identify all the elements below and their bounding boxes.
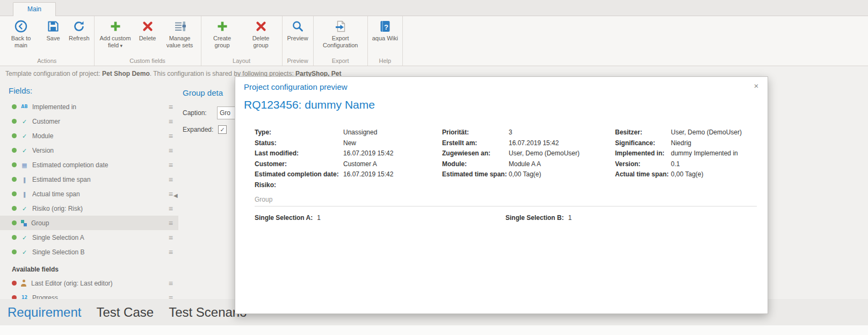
drag-handle-icon[interactable] <box>169 176 173 183</box>
available-fields-header: Available fields <box>12 266 178 273</box>
plus-icon <box>215 19 229 33</box>
field-row[interactable]: AB Implemented in <box>0 99 178 114</box>
field-row-selected[interactable]: Group <box>0 216 178 230</box>
field-row[interactable]: Last Editor (orig: Last editor) <box>0 276 178 290</box>
export-configuration-button[interactable]: Export Configuration <box>315 17 366 56</box>
field-row[interactable]: Customer <box>0 114 178 129</box>
drag-handle-icon[interactable] <box>169 294 173 300</box>
refresh-icon <box>72 19 86 33</box>
field-name: Single Selection A: <box>255 214 313 222</box>
collapse-panel-arrow-icon[interactable]: ◀ <box>173 193 178 198</box>
field-row[interactable]: Version <box>0 143 178 158</box>
preview-button[interactable]: Preview <box>285 17 311 56</box>
drag-handle-icon[interactable] <box>169 219 173 227</box>
tab-main[interactable]: Main <box>13 2 56 16</box>
field-label: Group <box>31 219 165 227</box>
create-group-button[interactable]: Create group <box>203 17 242 56</box>
field-value: 16.07.2019 15:42 <box>343 169 442 180</box>
drag-handle-icon[interactable] <box>169 161 173 169</box>
drag-handle-icon[interactable] <box>169 205 173 212</box>
button-label: Delete <box>139 35 156 42</box>
field-name: Besitzer: <box>615 127 671 138</box>
field-value <box>343 180 442 191</box>
drag-handle-icon[interactable] <box>169 147 173 154</box>
field-row[interactable]: Estimated completion date <box>0 158 178 172</box>
ribbon-group-label: Preview <box>284 56 312 66</box>
ribbon-group-export: Export Configuration Export <box>314 16 368 66</box>
drag-handle-icon[interactable] <box>169 103 173 111</box>
drag-handle-icon[interactable] <box>169 280 173 287</box>
field-pair: Single Selection A:1 <box>255 214 505 222</box>
plus-icon <box>108 19 122 33</box>
requirement-title: RQ123456: dummy Name <box>244 98 375 111</box>
close-icon[interactable]: × <box>751 81 761 90</box>
field-value: 1 <box>568 214 572 222</box>
check-icon <box>20 248 28 256</box>
drag-handle-icon[interactable] <box>169 118 173 125</box>
field-value: Unassigned <box>343 127 442 138</box>
tab-requirement[interactable]: Requirement <box>8 305 81 320</box>
field-row[interactable]: Single Selection B <box>0 245 178 259</box>
button-label: Save <box>46 35 60 42</box>
dialog-title: Project configuration preview <box>244 82 348 91</box>
delete-field-button[interactable]: Delete <box>135 17 161 56</box>
x-icon <box>254 19 268 33</box>
field-grid-row: Estimated completion date:16.07.2019 15:… <box>255 169 757 180</box>
group-details-title: Group deta <box>183 88 223 97</box>
person-icon <box>20 280 27 287</box>
button-label-text: Add custom field <box>99 35 131 48</box>
refresh-button[interactable]: Refresh <box>66 17 92 56</box>
ribbon-group-custom-fields: Add custom field ▾ Delete Manage value s… <box>95 16 201 66</box>
field-name: Version: <box>615 159 671 170</box>
field-label: Single Selection B <box>32 248 165 256</box>
field-value: 0,00 Tag(e) <box>671 169 757 180</box>
preview-dialog: Project configuration preview × RQ123456… <box>235 76 768 314</box>
field-status-icon <box>12 191 17 196</box>
button-label: Export Configuration <box>318 35 363 49</box>
field-value: User, Demo (DemoUser) <box>671 127 757 138</box>
field-row[interactable]: Module <box>0 129 178 143</box>
bottom-strip <box>0 325 868 335</box>
info-text: Template configuration of project: <box>5 70 102 77</box>
field-row[interactable]: Single Selection A <box>0 230 178 245</box>
save-button[interactable]: Save <box>40 17 66 56</box>
field-name: Type: <box>255 127 343 138</box>
field-name: Customer: <box>255 159 343 170</box>
add-custom-field-button[interactable]: Add custom field ▾ <box>96 17 135 56</box>
field-label: Estimated time span <box>32 176 165 183</box>
delete-group-button[interactable]: Delete group <box>242 17 280 56</box>
aqua-wiki-button[interactable]: ? aqua Wiki <box>370 17 401 56</box>
export-icon <box>334 19 348 33</box>
button-label: Refresh <box>69 35 90 42</box>
field-grid-row: Type:Unassigned Priorität:3 Besitzer:Use… <box>255 127 757 138</box>
field-name: Single Selection B: <box>505 214 564 222</box>
check-icon <box>20 205 28 212</box>
drag-handle-icon[interactable] <box>169 248 173 256</box>
ribbon-group-help: ? aqua Wiki Help <box>368 16 403 66</box>
field-value: 0,00 Tag(e) <box>509 169 615 180</box>
x-icon <box>141 19 155 33</box>
field-row[interactable]: Risiko (orig: Risk) <box>0 201 178 216</box>
field-row[interactable]: Actual time span <box>0 187 178 201</box>
back-to-main-button[interactable]: Back to main <box>2 17 40 56</box>
field-row[interactable]: 12 Progress <box>0 290 178 299</box>
field-name: Significance: <box>615 138 671 149</box>
drag-handle-icon[interactable] <box>169 234 173 241</box>
field-row[interactable]: Estimated time span <box>0 172 178 187</box>
field-value: 1 <box>317 214 321 222</box>
number-icon: 12 <box>20 295 28 299</box>
field-status-icon <box>12 148 17 153</box>
expanded-checkbox[interactable] <box>218 125 227 134</box>
drag-handle-icon[interactable] <box>169 190 173 198</box>
field-name: Zugewiesen an: <box>442 148 509 159</box>
tab-test-case[interactable]: Test Case <box>96 305 154 320</box>
ribbon-group-label: Export <box>315 56 366 66</box>
field-name: Last modified: <box>255 148 343 159</box>
field-value: Customer A <box>343 159 442 170</box>
drag-handle-icon[interactable] <box>169 132 173 140</box>
manage-value-sets-button[interactable]: Manage value sets <box>161 17 199 56</box>
group-icon <box>20 219 27 226</box>
dropdown-caret-icon: ▾ <box>119 43 122 48</box>
wiki-icon: ? <box>378 19 392 33</box>
check-icon <box>20 118 28 125</box>
